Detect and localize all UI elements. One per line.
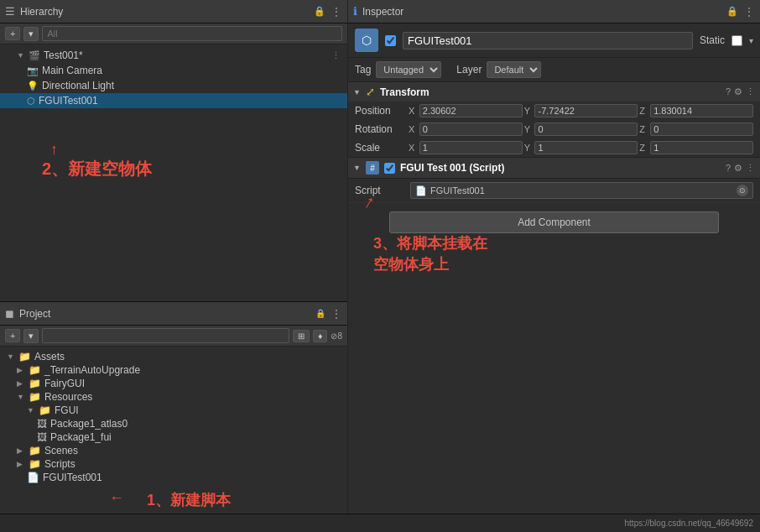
rot-y-input[interactable] [534,123,638,136]
object-active-checkbox[interactable] [385,35,396,46]
project-item-fguitest001-script[interactable]: 📄 FGUITest001 [0,471,347,484]
transform-help-icon[interactable]: ? [726,86,731,97]
project-filter-button[interactable]: ♦ [313,330,327,342]
project-label-assets: Assets [34,351,65,362]
project-item-scenes[interactable]: ▶ 📁 Scenes [0,444,347,457]
tree-label-fguitest001: FGUITest001 [39,95,98,107]
scale-x-input[interactable] [419,141,523,154]
rotation-xyz: X Y Z [409,123,753,136]
project-menu-button[interactable]: ▾ [23,329,39,343]
script-active-checkbox[interactable] [384,163,395,174]
project-layout-button[interactable]: ⊞ [293,330,310,342]
hierarchy-lock-icon[interactable]: 🔒 [314,6,325,17]
project-menu-icon: ◼ [5,307,14,320]
fgui-arrow: ▼ [27,406,35,415]
pos-z-input[interactable] [650,104,753,117]
project-label-terrain: _TerrainAutoUpgrade [44,364,140,376]
transform-header[interactable]: ▼ ⤢ Transform ? ⚙ ⋮ [348,82,760,102]
scale-x-field: X [409,141,523,154]
script-header[interactable]: ▼ # FGUI Test 001 (Script) ? ⚙ ⋮ [348,158,760,179]
project-item-resources[interactable]: ▼ 📁 Resources [0,390,347,404]
script-field-row: Script 📄 FGUITest001 ⊙ [348,179,760,203]
inspector-panel: ℹ Inspector 🔒 ⋮ ⬡ Static ▾ Tag Untagged … [348,0,760,514]
object-icon: ⬡ [355,29,378,52]
layer-label: Layer [456,64,482,76]
project-item-package1-atlas0[interactable]: 🖼 Package1_atlas0 [0,417,347,430]
script-settings-icon[interactable]: ⚙ [734,163,742,174]
inspector-header: ℹ Inspector 🔒 ⋮ [348,0,760,23]
transform-more-icon[interactable]: ⋮ [746,86,755,97]
inspector-lock-icon[interactable]: 🔒 [726,6,738,17]
project-item-fairygui[interactable]: ▶ 📁 FairyGUI [0,377,347,390]
scenes-folder-icon: 📁 [29,445,41,456]
project-add-button[interactable]: + [5,329,20,342]
tag-select[interactable]: Untagged [376,61,441,78]
pos-z-field: Z [639,104,753,117]
project-label-fairygui: FairyGUI [44,378,85,389]
rot-x-field: X [409,123,523,136]
project-label-fguitest001: FGUITest001 [43,472,102,483]
atlas-icon: 🖼 [37,418,47,430]
scale-x-letter: X [409,143,418,153]
resources-arrow: ▼ [17,393,25,401]
static-label: Static [700,34,725,46]
tree-item-directional-light[interactable]: 💡 Directional Light [0,78,347,93]
pos-x-input[interactable] [419,104,523,117]
static-checkbox[interactable] [731,35,742,46]
scale-label: Scale [355,142,405,154]
project-item-fgui[interactable]: ▼ 📁 FGUI [0,404,347,417]
project-item-scripts[interactable]: ▶ 📁 Scripts [0,457,347,471]
hierarchy-toolbar: + ▾ [0,23,347,44]
project-header: ◼ Project 🔒 ⋮ [0,302,347,326]
annotation-new-script-text: 1、新建脚本 [147,490,231,510]
add-component-button[interactable]: Add Component [389,211,719,233]
terrain-arrow: ▶ [17,366,25,374]
fgui-folder-icon: 📁 [39,404,51,416]
rot-x-input[interactable] [419,123,523,136]
pos-y-input[interactable] [534,104,638,117]
inspector-more-icon[interactable]: ⋮ [743,5,755,18]
transform-settings-icon[interactable]: ⚙ [734,86,742,97]
terrain-folder-icon: 📁 [29,364,41,376]
tree-item-main-camera[interactable]: 📷 Main Camera [0,63,347,78]
hierarchy-title: Hierarchy [20,6,309,18]
project-item-package1-fui[interactable]: 🖼 Package1_fui [0,430,347,444]
script-help-icon[interactable]: ? [726,163,731,174]
rot-z-input[interactable] [650,123,753,136]
hierarchy-menu-icon: ☰ [5,5,15,18]
tree-item-fguitest001[interactable]: ⬡ FGUITest001 [0,93,347,108]
hierarchy-add-button[interactable]: + [5,27,20,40]
project-item-terrain[interactable]: ▶ 📁 _TerrainAutoUpgrade [0,363,347,377]
bottom-bar: https://blog.csdn.net/qq_46649692 [0,514,760,532]
scale-z-input[interactable] [650,141,753,154]
static-dropdown-arrow[interactable]: ▾ [749,36,753,45]
hierarchy-item-menu[interactable]: ⋮ [331,50,341,61]
scenes-arrow: ▶ [17,446,25,455]
script-select-button[interactable]: ⊙ [737,185,748,196]
hierarchy-more-icon[interactable]: ⋮ [331,5,342,18]
tree-item-test001[interactable]: ▼ 🎬 Test001* ⋮ [0,48,347,63]
transform-rotation-row: Rotation X Y Z [348,120,760,138]
layer-select[interactable]: Default [487,61,541,78]
scripts-arrow: ▶ [17,460,25,468]
script-component-title: FGUI Test 001 (Script) [400,162,721,174]
script-more-icon[interactable]: ⋮ [746,163,755,174]
hierarchy-search-input[interactable] [42,26,342,41]
project-search-input[interactable] [42,328,289,343]
hierarchy-tree: ▼ 🎬 Test001* ⋮ 📷 Main Camera 💡 Direction… [0,44,347,301]
project-more-icon[interactable]: ⋮ [331,307,342,321]
annotation-new-object: 2、新建空物体 [42,158,152,180]
hierarchy-menu-button[interactable]: ▾ [23,27,39,41]
script-component-icon: # [366,161,379,175]
project-label-scripts: Scripts [44,458,75,470]
project-lock-icon[interactable]: 🔒 [315,309,325,318]
project-tree: ▼ 📁 Assets ▶ 📁 _TerrainAutoUpgrade ▶ 📁 F… [0,347,347,514]
project-item-assets[interactable]: ▼ 📁 Assets [0,350,347,363]
object-name-input[interactable] [403,32,693,50]
rotation-label: Rotation [355,123,405,135]
project-title: Project [19,308,310,320]
inspector-title: Inspector [362,6,721,18]
camera-icon: 📷 [27,65,39,76]
scene-icon: 🎬 [29,50,40,61]
scale-y-input[interactable] [534,141,638,154]
